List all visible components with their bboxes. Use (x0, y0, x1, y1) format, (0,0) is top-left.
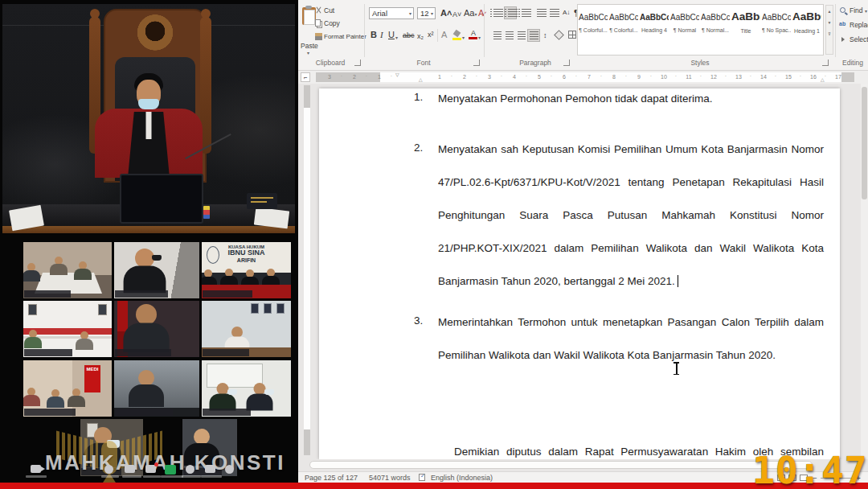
ruler-number: · (750, 73, 751, 79)
clipboard-dialog-launcher[interactable] (354, 60, 361, 66)
font-name-combo[interactable]: Arial ▾ (369, 7, 414, 19)
ruler-number: · (575, 73, 577, 79)
style-colorful-1[interactable]: AaBbCcI ¶ Colorful... (579, 6, 608, 53)
style-normal-2[interactable]: AaBbCcI ¶ Normal... (701, 6, 730, 53)
doc-line: Menyatakan sah Keputusan Komisi Pemiliha… (438, 142, 824, 158)
font-size-combo[interactable]: 12 ▾ (417, 7, 436, 19)
strikethrough-button[interactable]: abc (403, 30, 415, 41)
grow-font-button[interactable]: A˄ (440, 7, 452, 18)
subscript-button[interactable]: x₂ (417, 31, 424, 42)
superscript-button[interactable]: x² (428, 29, 434, 40)
paragraph-dialog-launcher[interactable] (563, 60, 570, 66)
italic-button[interactable]: I (380, 29, 383, 40)
chevron-down-icon[interactable]: ▾ (409, 10, 411, 16)
vertical-scrollbar[interactable] (861, 84, 868, 459)
sort-button[interactable]: A↓ (563, 7, 570, 18)
judge-main-video[interactable] (2, 4, 295, 233)
stop-video-icon[interactable] (31, 465, 41, 473)
horizontal-scrollbar-thumb[interactable] (309, 461, 813, 469)
paste-button[interactable]: Paste (301, 42, 318, 50)
share-screen-icon[interactable] (165, 465, 176, 475)
more-icon[interactable] (225, 465, 234, 474)
decrease-indent-button[interactable] (537, 9, 547, 17)
style-title[interactable]: AaBb( Title (731, 6, 760, 53)
styles-gallery-scroll[interactable]: ▲▼⊽ (825, 5, 833, 55)
text-highlight-button[interactable] (452, 31, 462, 40)
wall-portrait (264, 303, 272, 314)
style-preview: AaBbCcI (640, 13, 669, 22)
font-dialog-launcher[interactable] (473, 60, 480, 66)
format-painter-button[interactable]: Format Painter (324, 33, 366, 40)
highlight-dropdown-arrow[interactable]: ▾ (462, 32, 465, 43)
copy-icon (315, 19, 321, 27)
ruler-number: · (600, 73, 602, 79)
underline-button[interactable]: U (388, 29, 395, 40)
cut-button[interactable]: Cut (324, 6, 334, 14)
replace-button[interactable]: Replace (850, 21, 868, 29)
vertical-ruler[interactable] (304, 85, 310, 455)
paragraph-group-label: Paragraph (519, 59, 551, 67)
ruler-number: · (501, 73, 502, 79)
style-heading1[interactable]: AaBbC Heading 1 (792, 6, 821, 53)
horizontal-ruler[interactable]: ▽ △ △ 3·2·1· 1·2·3·4·5·6·7·8·9·10·11·12·… (316, 72, 854, 82)
multilevel-list-button[interactable] (522, 9, 531, 17)
tile-name-label (115, 349, 171, 356)
ruler-number: 6 (563, 74, 566, 80)
styles-dialog-launcher[interactable] (822, 60, 829, 66)
font-color-dropdown-arrow[interactable]: ▾ (478, 32, 481, 43)
video-tile-whiteboard-room[interactable] (202, 360, 291, 417)
select-button[interactable]: Select▾ (850, 35, 868, 43)
video-tile-kuasa-hukum[interactable]: KUASA HUKUM IBNU SINA ARIFIN (202, 242, 291, 298)
apps-icon[interactable] (205, 465, 215, 473)
unmute-icon[interactable] (104, 465, 113, 474)
align-right-button[interactable] (518, 31, 526, 39)
shrink-font-button[interactable]: A˅ (452, 9, 461, 20)
ruler-number: · (650, 73, 652, 79)
ruler-number: 4 (513, 74, 516, 80)
language-indicator[interactable]: English (Indonesia) (431, 474, 493, 482)
ruler-number: · (476, 73, 477, 79)
align-center-button[interactable] (506, 31, 514, 39)
bold-button[interactable]: B (371, 29, 377, 40)
word-count[interactable]: 54071 words (369, 474, 411, 482)
video-tile-man-at-desk[interactable] (114, 360, 199, 417)
chevron-down-icon[interactable]: ▾ (431, 10, 433, 16)
bullets-button[interactable] (493, 9, 503, 17)
paste-dropdown-arrow[interactable]: ▾ (307, 50, 309, 55)
numbering-button[interactable] (508, 9, 518, 17)
style-no-spacing[interactable]: AaBbCcI ¶ No Spac... (762, 6, 791, 53)
style-heading4[interactable]: AaBbCcI Heading 4 (640, 6, 669, 53)
font-color-button[interactable]: A (469, 29, 478, 39)
search-icon (840, 7, 845, 13)
video-tile-dark-office[interactable] (114, 301, 199, 357)
participants-icon[interactable] (125, 465, 135, 473)
tab-selector[interactable]: ⌐ (301, 72, 310, 82)
chat-icon[interactable] (145, 465, 156, 473)
borders-button[interactable] (568, 31, 576, 39)
find-button[interactable]: Find ▾ (850, 6, 867, 14)
underline-dropdown-arrow[interactable]: ▾ (395, 32, 398, 43)
page-indicator[interactable]: Page 125 of 127 (305, 474, 358, 482)
proofing-icon[interactable] (419, 474, 425, 481)
increase-indent-button[interactable] (550, 9, 559, 17)
video-tile-office-portraits[interactable] (202, 301, 291, 357)
first-line-indent-marker[interactable]: ▽ (395, 72, 399, 77)
ruler-number: 1 (438, 74, 441, 80)
vertical-scrollbar-thumb[interactable] (862, 87, 867, 199)
document-page[interactable]: 1. Menyatakan Permohonan Pemohon tidak d… (319, 88, 840, 459)
text-effects-button[interactable]: A (441, 29, 447, 40)
copy-button[interactable]: Copy (324, 19, 340, 27)
align-left-button[interactable] (493, 31, 502, 39)
style-normal[interactable]: AaBbCcI ¶ Normal (670, 6, 699, 53)
style-colorful-2[interactable]: AaBbCcI ¶ Colorful... (609, 6, 638, 53)
shading-button[interactable] (554, 30, 564, 40)
line-spacing-button[interactable]: ↕ (543, 30, 547, 41)
video-tile-meeting-room[interactable] (23, 242, 112, 298)
justify-button[interactable] (530, 31, 538, 39)
record-icon[interactable] (186, 465, 194, 474)
video-tile-lawyer-closeup[interactable] (114, 242, 199, 298)
video-tile-bawaslu-office[interactable] (23, 301, 112, 357)
change-case-button[interactable]: Aa▾ (464, 7, 477, 20)
video-tile-media-room[interactable]: MEDI (23, 360, 112, 417)
hanging-indent-marker[interactable]: △ (419, 76, 423, 82)
